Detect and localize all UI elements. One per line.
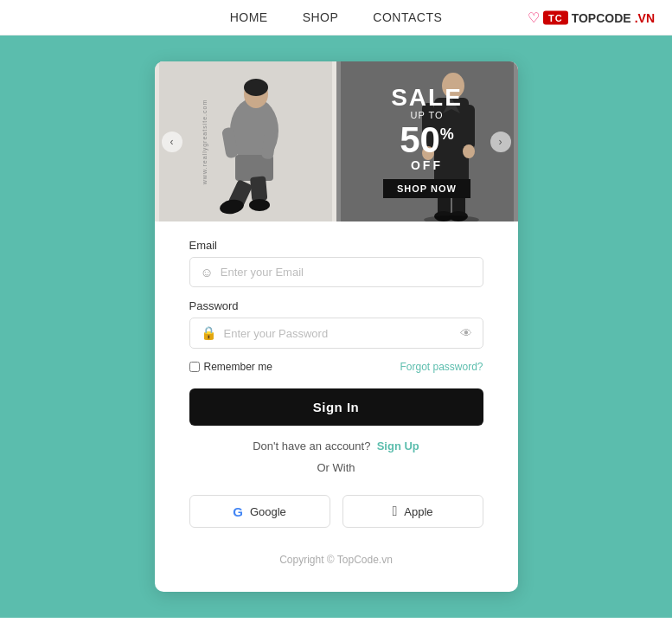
svg-point-3 <box>244 79 268 96</box>
google-login-button[interactable]: G Google <box>189 495 330 528</box>
google-icon: G <box>233 504 243 519</box>
social-login-row: G Google  Apple <box>155 495 518 528</box>
password-input[interactable] <box>224 327 453 340</box>
carousel-prev-button[interactable]: ‹ <box>162 132 182 152</box>
remember-forgot-row: Remember me Forgot password? <box>189 361 483 373</box>
remember-me-checkbox[interactable] <box>189 362 200 372</box>
signup-row: Don't have an account? Sign Up <box>189 440 483 452</box>
remember-me-label: Remember me <box>204 361 272 373</box>
logo-text: TOPCODE <box>572 10 631 24</box>
login-card: www.reallygreatsite.com <box>155 61 518 592</box>
apple-login-button[interactable]:  Apple <box>342 495 483 528</box>
apple-label: Apple <box>404 505 432 518</box>
main-nav: HOME SHOP CONTACTS <box>230 10 443 24</box>
sale-off: OFF <box>383 158 470 172</box>
shop-now-button[interactable]: SHOP NOW <box>383 179 470 198</box>
sale-percent: 50% <box>383 122 470 158</box>
logo: ♡ TC TOPCODE .VN <box>528 10 655 26</box>
email-input-wrapper: ☺ <box>189 257 483 287</box>
copyright-text: Copyright © TopCode.vn <box>155 545 518 566</box>
signin-button[interactable]: Sign In <box>189 388 483 426</box>
main-background: www.reallygreatsite.com <box>0 35 672 618</box>
email-input[interactable] <box>221 266 472 279</box>
email-icon: ☺ <box>201 265 214 279</box>
nav-home[interactable]: HOME <box>230 10 268 24</box>
carousel-next-button[interactable]: › <box>490 132 511 152</box>
password-input-wrapper: 🔒 👁 <box>189 318 483 349</box>
sale-content: SALE UP TO 50% OFF SHOP NOW <box>383 86 470 198</box>
header: HOME SHOP CONTACTS ♡ TC TOPCODE .VN <box>0 0 672 35</box>
banner-left-vertical-text: www.reallygreatsite.com <box>201 99 207 183</box>
signup-link[interactable]: Sign Up <box>377 440 419 452</box>
nav-shop[interactable]: SHOP <box>303 10 339 24</box>
sale-label: SALE <box>383 86 470 110</box>
login-form: Email ☺ Password 🔒 👁 Remember me Forgot … <box>155 221 518 495</box>
svg-rect-8 <box>250 176 267 201</box>
heart-icon: ♡ <box>528 10 540 26</box>
no-account-text: Don't have an account? <box>253 440 370 452</box>
apple-icon:  <box>392 504 397 519</box>
svg-point-10 <box>249 199 270 211</box>
banner-carousel: www.reallygreatsite.com <box>155 61 518 221</box>
password-label: Password <box>189 299 483 312</box>
email-label: Email <box>189 239 483 252</box>
or-with-text: Or With <box>189 461 483 474</box>
remember-me-section: Remember me <box>189 361 272 373</box>
nav-contacts[interactable]: CONTACTS <box>373 10 442 24</box>
logo-dotvn: .VN <box>635 10 655 24</box>
toggle-password-icon[interactable]: 👁 <box>460 326 472 340</box>
google-label: Google <box>250 505 286 518</box>
forgot-password-link[interactable]: Forgot password? <box>400 361 483 373</box>
lock-icon: 🔒 <box>201 325 217 341</box>
logo-badge: TC <box>543 10 568 24</box>
